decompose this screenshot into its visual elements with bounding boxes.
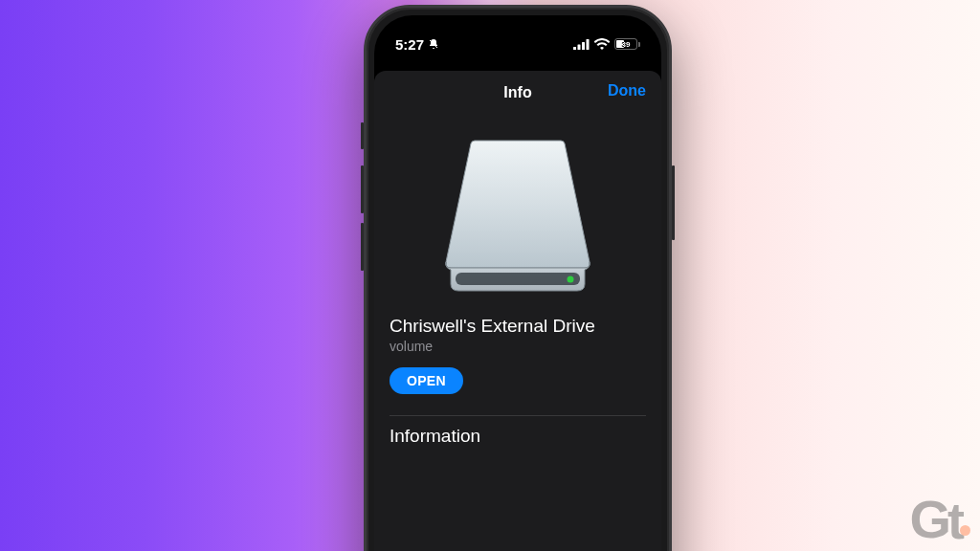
battery-indicator: 39	[614, 38, 640, 50]
drive-activity-led	[568, 276, 574, 283]
info-sheet: Info Done	[374, 71, 661, 551]
status-time: 5:27	[395, 36, 424, 53]
phone-device-frame: 5:27 39 Info Done	[364, 5, 672, 551]
drive-kind-label: volume	[390, 339, 646, 354]
drive-name: Chriswell's External Drive	[390, 316, 646, 337]
battery-percent: 39	[622, 40, 631, 49]
svg-rect-4	[587, 39, 590, 50]
phone-screen: 5:27 39 Info Done	[374, 15, 661, 551]
drive-icon-container	[374, 115, 661, 316]
mute-switch	[361, 122, 364, 149]
gt-logo-dot	[960, 525, 970, 536]
svg-rect-1	[573, 47, 576, 50]
sheet-header: Info Done	[374, 71, 661, 115]
svg-rect-2	[578, 44, 581, 50]
cellular-signal-icon	[573, 39, 590, 50]
done-button[interactable]: Done	[608, 82, 646, 99]
silent-bell-icon	[428, 38, 439, 50]
svg-rect-3	[582, 42, 585, 50]
open-button[interactable]: OPEN	[390, 367, 463, 394]
dynamic-island	[470, 25, 566, 52]
svg-rect-5	[456, 273, 580, 285]
wifi-icon	[594, 38, 610, 50]
external-drive-icon	[432, 126, 604, 298]
information-section-header: Information	[374, 416, 661, 447]
volume-up-button	[361, 165, 364, 213]
gt-watermark-logo: G t	[909, 498, 965, 541]
volume-down-button	[361, 223, 364, 271]
sheet-title: Info	[503, 84, 531, 101]
power-button	[672, 165, 675, 240]
